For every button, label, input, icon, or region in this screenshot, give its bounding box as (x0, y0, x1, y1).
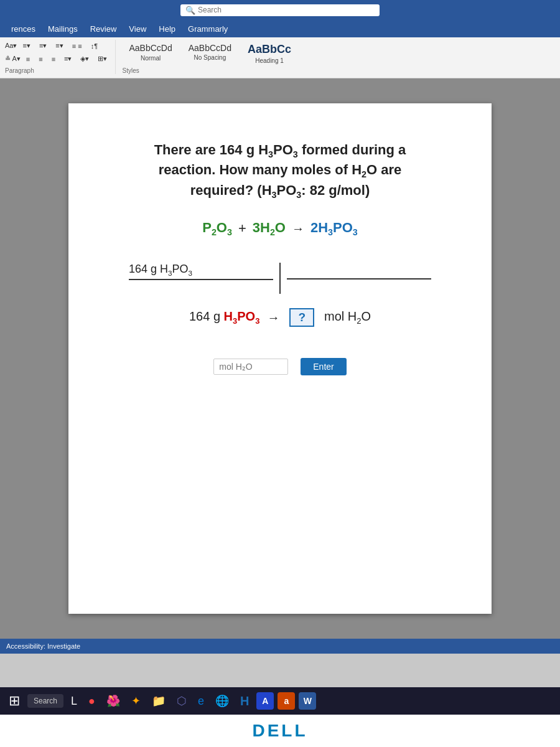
format-list[interactable]: ≡▾ (52, 40, 66, 52)
format-list-indent[interactable]: ≡▾ (61, 53, 75, 65)
taskbar-translate[interactable]: A (256, 692, 274, 710)
stoich-bottom-left (129, 280, 273, 296)
title-bar: 🔍 (0, 0, 560, 20)
format-align[interactable]: ≡ ≡ (69, 40, 85, 52)
taskbar-word[interactable]: W (299, 692, 316, 710)
plus-sign: + (238, 220, 246, 237)
status-bar: Accessibility: Investigate (0, 639, 560, 654)
styles-group-label: Styles (122, 67, 139, 74)
font-name: Aa▾ (5, 42, 17, 50)
taskbar-teams[interactable]: ⬡ (173, 692, 190, 710)
taskbar-h-app[interactable]: H (236, 692, 253, 711)
taskbar-star[interactable]: ✦ (128, 692, 144, 710)
stoich-top-left: 164 g H3PO3 (129, 263, 273, 281)
status-text: Accessibility: Investigate (6, 642, 80, 650)
format-indent[interactable]: ≡▾ (36, 40, 50, 52)
answer-bracket-box: ? (289, 308, 314, 327)
document-page: There are 164 g H3PO3 formed during a re… (68, 103, 492, 614)
style-heading1[interactable]: AaBbCc Heading 1 (241, 40, 298, 67)
format-shading[interactable]: ◈▾ (77, 53, 92, 65)
stoich-bottom-right (287, 280, 431, 295)
product-h3po3: 2H3PO3 (310, 220, 358, 237)
chemical-equation: P2O3 + 3H2O → 2H3PO3 (202, 220, 358, 237)
taskbar-search-label: Search (34, 697, 57, 705)
font-color-a: ≗ A▾ (5, 55, 21, 63)
format-sort[interactable]: ↕¶ (88, 40, 101, 52)
taskbar-edge[interactable]: e (194, 692, 208, 710)
reactant-h2o: 3H2O (253, 220, 286, 237)
style-no-spacing[interactable]: AaBbCcDd No Spacing (182, 40, 238, 64)
styles-row: AaBbCcDd Normal AaBbCcDd No Spacing AaBb… (122, 40, 298, 67)
stoich-top-right (287, 263, 431, 280)
taskbar: ⊞ Search L ● 🌺 ✦ 📁 ⬡ e 🌐 H A a W (0, 687, 560, 715)
menu-item-rences[interactable]: rences (6, 22, 40, 35)
menu-item-help[interactable]: Help (154, 22, 180, 35)
ribbon-font-row1: Aa▾ ≡▾ ≡▾ ≡▾ ≡ ≡ ↕¶ (5, 40, 101, 52)
ribbon-group-font: Aa▾ ≡▾ ≡▾ ≡▾ ≡ ≡ ↕¶ ≗ A▾ ≡ ≡ ≡ ≡▾ ◈▾ ⊞▾ … (5, 40, 116, 74)
document-area: There are 164 g H3PO3 formed during a re… (0, 78, 560, 639)
taskbar-globe[interactable]: 🌐 (212, 692, 233, 710)
taskbar-a-orange[interactable]: a (278, 692, 295, 710)
stoich-calculation: 164 g H3PO3 (129, 263, 431, 296)
paragraph-label: Paragraph (5, 67, 34, 74)
answer-164g: 164 g H3PO3 (189, 309, 259, 326)
stoich-164g-h3po3: 164 g H3PO3 (129, 263, 192, 277)
ribbon-group-styles: AaBbCcDd Normal AaBbCcDd No Spacing AaBb… (122, 40, 298, 74)
reaction-arrow: → (292, 222, 304, 236)
start-button[interactable]: ⊞ (5, 690, 24, 712)
enter-button[interactable]: Enter (301, 358, 346, 375)
format-align-left[interactable]: ≡ (23, 54, 33, 65)
stoich-vertical-bar (279, 263, 281, 294)
search-bar[interactable]: 🔍 (180, 4, 380, 16)
taskbar-file-explorer[interactable]: L (67, 692, 81, 710)
answer-line: 164 g H3PO3 → ? mol H2O (189, 308, 371, 327)
format-align-right[interactable]: ≡ (49, 54, 58, 65)
menu-item-view[interactable]: View (124, 22, 151, 35)
style-heading1-label: Heading 1 (255, 57, 284, 64)
style-normal-label: Normal (141, 55, 161, 62)
style-no-spacing-label: No Spacing (194, 54, 226, 61)
taskbar-firefox[interactable]: 🌺 (103, 692, 124, 710)
menu-bar: rences Mailings Review View Help Grammar… (0, 20, 560, 37)
answer-unit-mol: mol H2O (324, 309, 371, 326)
style-heading1-preview: AaBbCc (248, 43, 291, 56)
stoich-fraction-row: 164 g H3PO3 (129, 263, 431, 296)
style-normal[interactable]: AaBbCcDd Normal (122, 40, 179, 65)
stoich-fraction-left: 164 g H3PO3 (129, 263, 273, 296)
taskbar-search[interactable]: Search (27, 694, 63, 708)
stoich-fraction-right (287, 263, 431, 296)
question-text: There are 164 g H3PO3 formed during a re… (154, 141, 406, 201)
ribbon-font-row2: ≗ A▾ ≡ ≡ ≡ ≡▾ ◈▾ ⊞▾ (5, 53, 110, 65)
search-icon: 🔍 (185, 6, 195, 15)
format-borders[interactable]: ⊞▾ (95, 53, 110, 65)
menu-item-mailings[interactable]: Mailings (43, 22, 83, 35)
style-normal-preview: AaBbCcDd (129, 43, 172, 54)
input-area-row: Enter (112, 358, 448, 375)
dell-logo: DELL (252, 721, 307, 741)
dell-bar: DELL (0, 715, 560, 747)
format-align-center[interactable]: ≡ (35, 54, 45, 65)
menu-item-review[interactable]: Review (85, 22, 122, 35)
mol-input[interactable] (213, 359, 288, 375)
search-input[interactable] (198, 6, 372, 14)
format-bold[interactable]: ≡▾ (19, 40, 33, 52)
taskbar-media[interactable]: ● (85, 692, 99, 710)
style-no-spacing-preview: AaBbCcDd (189, 43, 231, 53)
ribbon: Aa▾ ≡▾ ≡▾ ≡▾ ≡ ≡ ↕¶ ≗ A▾ ≡ ≡ ≡ ≡▾ ◈▾ ⊞▾ … (0, 37, 560, 78)
taskbar-folder[interactable]: 📁 (148, 692, 169, 710)
menu-item-grammarly[interactable]: Grammarly (183, 22, 233, 35)
answer-arrow: → (267, 311, 279, 325)
reactant-p2o3: P2O3 (202, 220, 232, 237)
